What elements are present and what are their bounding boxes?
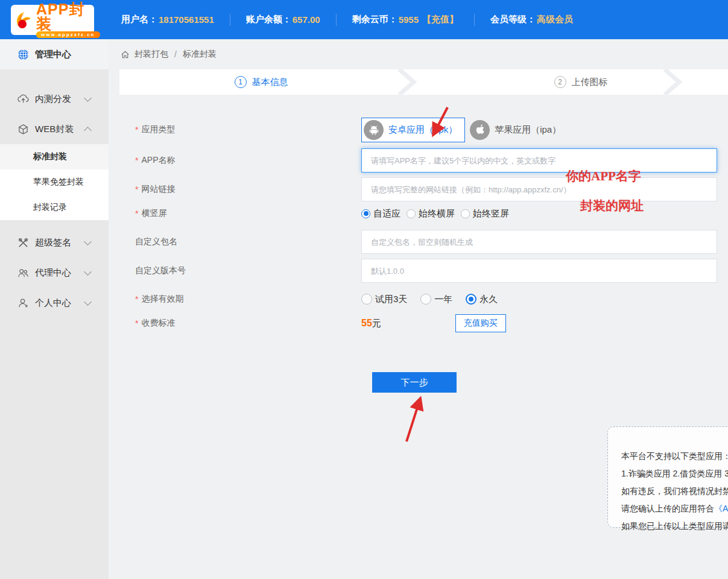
step-chevron-icon (397, 69, 417, 95)
step-label: 基本信息 (252, 77, 288, 88)
logo-texts: APP封装 www.appzxfz.cn (36, 2, 100, 38)
logo-badge: www.appzxfz.cn (36, 31, 100, 38)
breadcrumb-level2: 标准封装 (183, 49, 217, 60)
packaging-form: * 应用类型 安卓应用（apk） 苹果应用（ipa） (109, 118, 728, 333)
username-stat: 用户名： 18170561551 (121, 14, 214, 25)
username-value: 18170561551 (159, 14, 214, 25)
notice-line: 1.诈骗类应用 2.借贷类应用 3.博彩 (621, 465, 728, 482)
orientation-landscape-radio[interactable]: 始终横屏 (407, 208, 455, 220)
sidebar-item-label: 个人中心 (35, 297, 71, 309)
balance-stat: 账户余额： 657.00 (246, 14, 320, 25)
radio-icon (461, 209, 470, 218)
apple-icon (470, 120, 490, 140)
price-label: * 收费标准 (119, 318, 361, 329)
price-row: * 收费标准 55 元 充值购买 (119, 314, 728, 333)
sidebar-subitem-apple-signfree-packaging[interactable]: 苹果免签封装 (0, 169, 109, 195)
red-arrow-icon (425, 104, 455, 141)
app-type-options: 安卓应用（apk） 苹果应用（ipa） (361, 118, 728, 142)
balance-label: 账户余额： (246, 14, 291, 25)
app-type-label: * 应用类型 (119, 124, 361, 135)
orientation-portrait-radio[interactable]: 始终竖屏 (461, 208, 509, 220)
recharge-link[interactable]: 【充值】 (422, 14, 458, 25)
sidebar-item-label: WEB封装 (35, 124, 74, 135)
home-icon (121, 50, 130, 59)
validity-row: * 选择有效期 试用3天 一年 永久 (119, 291, 728, 307)
version-label: 自定义版本号 (119, 265, 361, 276)
step-number: 1 (235, 76, 247, 88)
web-link-input[interactable] (361, 177, 717, 201)
validity-trial-radio[interactable]: 试用3天 (361, 294, 407, 305)
step-chevron-icon (662, 69, 683, 95)
price-unit: 元 (372, 318, 381, 329)
ios-app-option[interactable]: 苹果应用（ipa） (470, 118, 561, 142)
top-header: APP封装 www.appzxfz.cn 用户名： 18170561551 账户… (0, 0, 728, 39)
radio-icon (466, 294, 476, 305)
breadcrumb: 封装打包 / 标准封装 (109, 39, 728, 69)
breadcrumb-level1[interactable]: 封装打包 (135, 49, 168, 60)
divider (474, 14, 475, 26)
next-step-button[interactable]: 下一步 (372, 372, 457, 393)
sidebar-item-agent-center[interactable]: 代理中心 (0, 258, 109, 288)
chevron-down-icon (84, 238, 92, 245)
sidebar-item-web-packaging[interactable]: WEB封装 (0, 114, 109, 144)
page: APP封装 www.appzxfz.cn 用户名： 18170561551 账户… (0, 0, 728, 579)
chevron-up-icon (84, 127, 92, 134)
sidebar-item-label: 超级签名 (35, 237, 71, 248)
chevron-down-icon (84, 94, 92, 102)
sidebar-subitem-packaging-records[interactable]: 封装记录 (0, 195, 109, 220)
sidebar-item-label: 代理中心 (35, 267, 71, 279)
app-name-label: * APP名称 (119, 155, 361, 166)
sidebar-item-admin-center[interactable]: 管理中心 (0, 39, 109, 69)
orientation-auto-radio[interactable]: 自适应 (361, 208, 400, 220)
validity-forever-radio[interactable]: 永久 (466, 294, 498, 305)
required-asterisk: * (135, 185, 138, 194)
sidebar-item-label: 管理中心 (35, 49, 71, 60)
radio-icon (420, 294, 431, 305)
user-icon (17, 297, 29, 309)
step-basic-info: 1 基本信息 (119, 69, 403, 95)
recharge-buy-button[interactable]: 充值购买 (455, 314, 506, 332)
required-asterisk: * (135, 318, 138, 328)
logo[interactable]: APP封装 www.appzxfz.cn (11, 5, 94, 35)
chevron-down-icon (84, 298, 92, 306)
app-name-input[interactable] (361, 148, 717, 172)
header-stats: 用户名： 18170561551 账户余额： 657.00 剩余云币： 5955… (121, 14, 573, 26)
web-link-annotation: 封装的网址 (580, 197, 644, 214)
package-name-input[interactable] (361, 230, 717, 254)
sidebar-subitem-standard-packaging[interactable]: 标准封装 (0, 144, 109, 169)
version-row: 自定义版本号 (119, 259, 728, 283)
sidebar-subitem-label: 苹果免签封装 (33, 177, 84, 188)
android-icon (364, 120, 384, 140)
policy-link[interactable]: 《APP在 (714, 504, 728, 513)
validity-oneyear-radio[interactable]: 一年 (420, 294, 452, 305)
tools-icon (17, 236, 29, 248)
divider (336, 14, 337, 26)
sidebar-item-beta-distribution[interactable]: 内测分发 (0, 84, 109, 114)
sidebar-item-personal-center[interactable]: 个人中心 (0, 288, 109, 318)
chevron-down-icon (84, 268, 92, 276)
cloud-coin-label: 剩余云币： (352, 14, 397, 25)
username-label: 用户名： (121, 14, 157, 25)
sidebar-subitem-label: 标准封装 (33, 151, 67, 162)
version-input[interactable] (361, 259, 717, 283)
cloud-upload-icon (17, 93, 29, 105)
sidebar-item-super-signature[interactable]: 超级签名 (0, 227, 109, 258)
validity-label: * 选择有效期 (119, 294, 361, 305)
policy-notice-box: 本平台不支持以下类型应用： 1.诈骗类应用 2.借贷类应用 3.博彩 如有违反，… (607, 426, 728, 528)
member-level-stat: 会员等级： 高级会员 (490, 14, 573, 25)
price-amount: 55 (361, 318, 372, 329)
required-asterisk: * (135, 294, 138, 304)
spacer (0, 69, 109, 84)
balance-value: 657.00 (293, 14, 320, 25)
web-packaging-submenu: 标准封装 苹果免签封装 封装记录 (0, 144, 109, 220)
member-level-label: 会员等级： (490, 14, 536, 25)
sidebar-subitem-label: 封装记录 (33, 202, 67, 213)
notice-line: 如果您已上传以上类型应用请尽快 (621, 517, 728, 535)
cloud-coin-stat: 剩余云币： 5955 【充值】 (352, 14, 458, 25)
cloud-coin-value: 5955 (399, 14, 419, 25)
radio-icon (407, 209, 416, 218)
logo-title: APP封装 (36, 2, 100, 31)
web-link-label: * 网站链接 (119, 184, 361, 195)
step-wizard: 1 基本信息 2 上传图标 (119, 69, 728, 95)
spacer (0, 220, 109, 227)
